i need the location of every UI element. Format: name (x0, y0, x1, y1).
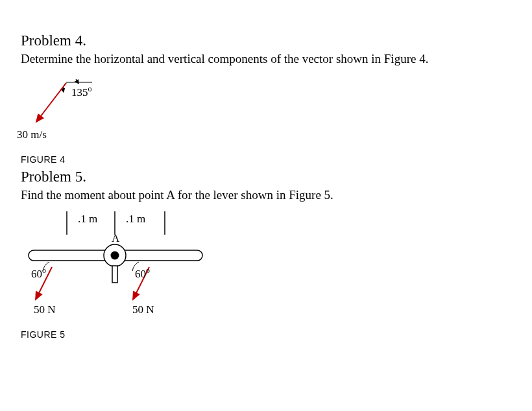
figure-4-svg (21, 73, 215, 150)
svg-point-8 (111, 252, 119, 260)
figure-5: .1 m .1 m A 60o 60o 50 N 50 N (21, 209, 248, 325)
svg-line-1 (76, 79, 79, 84)
dist-right-label: .1 m (126, 213, 145, 226)
angle-135-label: 135o (71, 84, 91, 99)
angle-left-label: 60o (31, 266, 46, 281)
problem-5-text: Find the moment about point A for the le… (21, 188, 513, 202)
magnitude-label: 30 m/s (17, 128, 47, 141)
problem-4-text: Determine the horizontal and vertical co… (21, 52, 513, 66)
force-left-label: 50 N (34, 303, 56, 316)
figure-4-caption: FIGURE 4 (21, 154, 513, 165)
figure-5-caption: FIGURE 5 (21, 329, 513, 340)
svg-rect-9 (112, 266, 117, 283)
angle-right-label: 60o (135, 266, 150, 281)
problem-4-title: Problem 4. (21, 32, 513, 49)
point-a-label: A (112, 232, 119, 245)
page: Problem 4. Determine the horizontal and … (0, 0, 532, 363)
force-right-label: 50 N (132, 303, 154, 316)
svg-line-2 (36, 83, 66, 122)
dist-left-label: .1 m (78, 213, 97, 226)
figure-4: 135o 30 m/s (21, 73, 215, 150)
problem-5-title: Problem 5. (21, 169, 513, 185)
